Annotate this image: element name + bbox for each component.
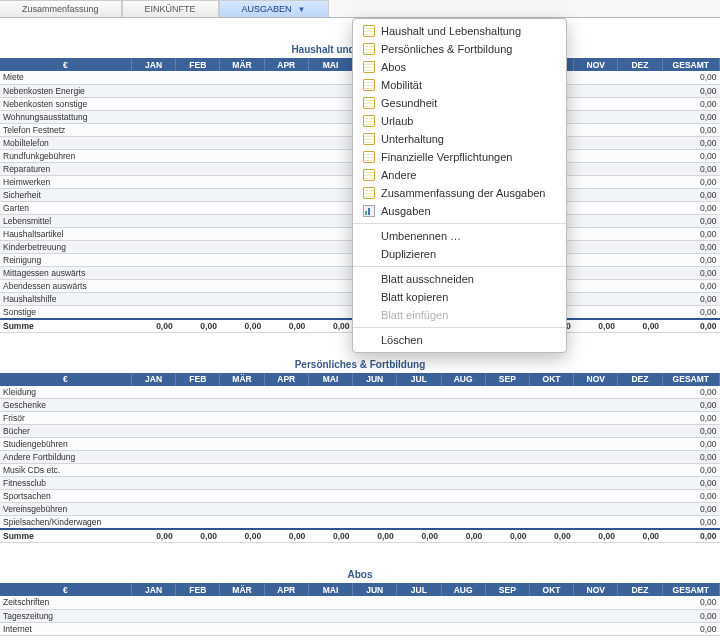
cell[interactable] xyxy=(308,412,352,425)
cell[interactable] xyxy=(131,279,175,292)
cell[interactable] xyxy=(353,438,397,451)
cell[interactable] xyxy=(131,266,175,279)
cell[interactable] xyxy=(441,516,485,530)
cell[interactable] xyxy=(485,438,529,451)
cell[interactable] xyxy=(264,266,308,279)
cell[interactable] xyxy=(353,412,397,425)
cell[interactable] xyxy=(574,622,618,635)
cell[interactable] xyxy=(220,438,264,451)
cell[interactable] xyxy=(353,425,397,438)
cell[interactable] xyxy=(220,477,264,490)
menu-item-sheet[interactable]: Urlaub xyxy=(353,112,566,130)
cell[interactable] xyxy=(220,425,264,438)
cell[interactable] xyxy=(131,596,175,609)
cell[interactable] xyxy=(308,399,352,412)
cell[interactable] xyxy=(574,123,618,136)
cell[interactable] xyxy=(308,123,352,136)
tab-expenses[interactable]: AUSGABEN ▼ xyxy=(219,0,329,17)
cell[interactable] xyxy=(264,305,308,319)
cell[interactable] xyxy=(618,149,662,162)
cell[interactable] xyxy=(264,201,308,214)
cell[interactable] xyxy=(308,136,352,149)
cell[interactable] xyxy=(264,175,308,188)
cell[interactable] xyxy=(264,399,308,412)
cell[interactable] xyxy=(618,622,662,635)
cell[interactable] xyxy=(176,516,220,530)
cell[interactable] xyxy=(176,201,220,214)
cell[interactable] xyxy=(397,399,441,412)
cell[interactable] xyxy=(220,175,264,188)
cell[interactable] xyxy=(264,516,308,530)
cell[interactable] xyxy=(220,201,264,214)
cell[interactable] xyxy=(264,386,308,399)
cell[interactable] xyxy=(308,438,352,451)
cell[interactable] xyxy=(131,123,175,136)
cell[interactable] xyxy=(574,490,618,503)
menu-item-delete[interactable]: Löschen xyxy=(353,331,566,349)
cell[interactable] xyxy=(353,596,397,609)
cell[interactable] xyxy=(131,201,175,214)
cell[interactable] xyxy=(574,438,618,451)
chevron-down-icon[interactable]: ▼ xyxy=(298,5,306,14)
cell[interactable] xyxy=(308,97,352,110)
cell[interactable] xyxy=(618,609,662,622)
cell[interactable] xyxy=(176,71,220,84)
cell[interactable] xyxy=(353,622,397,635)
cell[interactable] xyxy=(574,279,618,292)
cell[interactable] xyxy=(618,266,662,279)
cell[interactable] xyxy=(176,503,220,516)
cell[interactable] xyxy=(308,516,352,530)
cell[interactable] xyxy=(441,596,485,609)
cell[interactable] xyxy=(308,464,352,477)
cell[interactable] xyxy=(176,477,220,490)
cell[interactable] xyxy=(308,622,352,635)
cell[interactable] xyxy=(618,596,662,609)
cell[interactable] xyxy=(353,609,397,622)
cell[interactable] xyxy=(176,451,220,464)
cell[interactable] xyxy=(574,175,618,188)
cell[interactable] xyxy=(529,425,573,438)
cell[interactable] xyxy=(131,175,175,188)
cell[interactable] xyxy=(618,386,662,399)
cell[interactable] xyxy=(131,71,175,84)
cell[interactable] xyxy=(529,438,573,451)
cell[interactable] xyxy=(220,123,264,136)
cell[interactable] xyxy=(264,503,308,516)
cell[interactable] xyxy=(176,425,220,438)
cell[interactable] xyxy=(131,412,175,425)
menu-item-rename[interactable]: Umbenennen … xyxy=(353,227,566,245)
cell[interactable] xyxy=(131,136,175,149)
cell[interactable] xyxy=(574,201,618,214)
cell[interactable] xyxy=(485,464,529,477)
cell[interactable] xyxy=(220,609,264,622)
cell[interactable] xyxy=(131,110,175,123)
cell[interactable] xyxy=(441,609,485,622)
cell[interactable] xyxy=(529,622,573,635)
cell[interactable] xyxy=(618,279,662,292)
cell[interactable] xyxy=(574,227,618,240)
cell[interactable] xyxy=(264,227,308,240)
cell[interactable] xyxy=(618,490,662,503)
cell[interactable] xyxy=(176,136,220,149)
cell[interactable] xyxy=(574,71,618,84)
cell[interactable] xyxy=(264,464,308,477)
cell[interactable] xyxy=(264,477,308,490)
cell[interactable] xyxy=(618,516,662,530)
cell[interactable] xyxy=(264,622,308,635)
cell[interactable] xyxy=(574,240,618,253)
cell[interactable] xyxy=(308,162,352,175)
cell[interactable] xyxy=(529,451,573,464)
cell[interactable] xyxy=(441,622,485,635)
cell[interactable] xyxy=(618,71,662,84)
cell[interactable] xyxy=(308,175,352,188)
cell[interactable] xyxy=(176,305,220,319)
cell[interactable] xyxy=(574,477,618,490)
cell[interactable] xyxy=(529,516,573,530)
cell[interactable] xyxy=(176,149,220,162)
cell[interactable] xyxy=(308,201,352,214)
cell[interactable] xyxy=(574,464,618,477)
cell[interactable] xyxy=(220,97,264,110)
cell[interactable] xyxy=(264,425,308,438)
cell[interactable] xyxy=(574,425,618,438)
cell[interactable] xyxy=(574,253,618,266)
